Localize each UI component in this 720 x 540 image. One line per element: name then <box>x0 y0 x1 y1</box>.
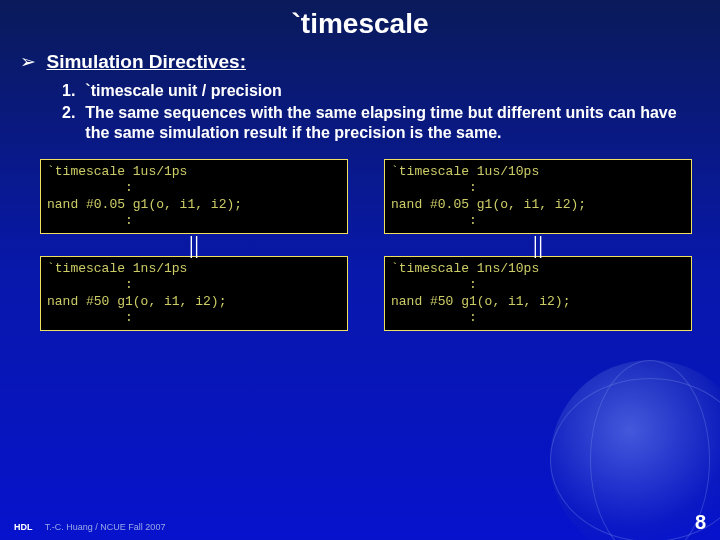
equivalence-symbol: || <box>384 234 692 256</box>
list-number: 1. <box>62 81 85 101</box>
list-item: 1. `timescale unit / precision <box>62 81 720 101</box>
list-number: 2. <box>62 103 85 143</box>
slide-title: `timescale <box>0 0 720 50</box>
code-column-right: `timescale 1us/10ps : nand #0.05 g1(o, i… <box>384 159 692 331</box>
list-text: The same sequences with the same elapsin… <box>85 103 720 143</box>
code-box-left-bottom: `timescale 1ns/1ps : nand #50 g1(o, i1, … <box>40 256 348 331</box>
footer: HDL T.-C. Huang / NCUE Fall 2007 <box>14 522 165 532</box>
numbered-list: 1. `timescale unit / precision 2. The sa… <box>0 73 720 143</box>
code-box-right-top: `timescale 1us/10ps : nand #0.05 g1(o, i… <box>384 159 692 234</box>
footer-hdl: HDL <box>14 522 33 532</box>
section-row: ➢ Simulation Directives: <box>0 50 720 73</box>
list-text: `timescale unit / precision <box>85 81 720 101</box>
code-box-right-bottom: `timescale 1ns/10ps : nand #50 g1(o, i1,… <box>384 256 692 331</box>
list-item: 2. The same sequences with the same elap… <box>62 103 720 143</box>
bullet-icon: ➢ <box>20 50 42 73</box>
section-header: Simulation Directives: <box>46 51 246 72</box>
equivalence-symbol: || <box>40 234 348 256</box>
code-box-left-top: `timescale 1us/1ps : nand #0.05 g1(o, i1… <box>40 159 348 234</box>
page-number: 8 <box>695 511 706 534</box>
footer-credit: T.-C. Huang / NCUE Fall 2007 <box>45 522 166 532</box>
code-column-left: `timescale 1us/1ps : nand #0.05 g1(o, i1… <box>40 159 348 331</box>
code-area: `timescale 1us/1ps : nand #0.05 g1(o, i1… <box>0 145 720 331</box>
